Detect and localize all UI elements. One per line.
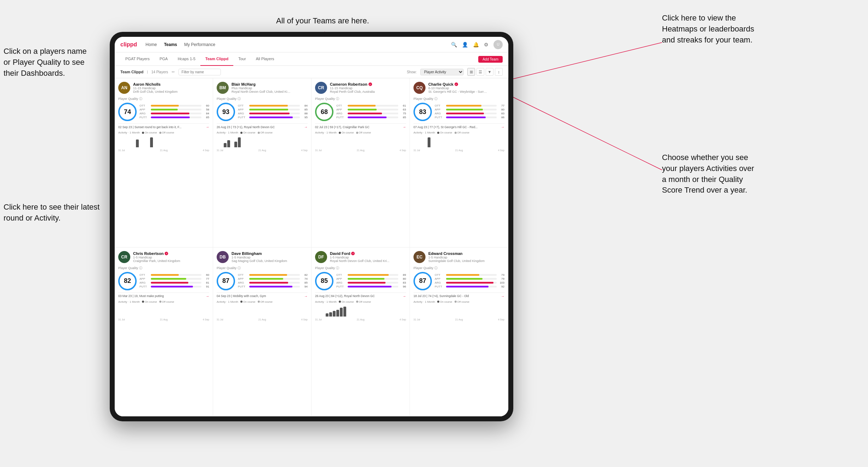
putt-bar-container [446, 286, 497, 287]
annotation-top-right: Click here to view theHeatmaps or leader… [662, 13, 754, 45]
round-arrow[interactable]: → [402, 294, 406, 298]
nav-home[interactable]: Home [145, 42, 157, 47]
latest-round[interactable]: 04 Sep 23 | Mobility with coach, Gym → [217, 292, 308, 298]
chart-container: 31 Jul 21 Aug 4 Sep [118, 305, 209, 321]
round-arrow[interactable]: → [402, 125, 406, 129]
bell-icon[interactable]: 🔔 [473, 42, 479, 47]
latest-round[interactable]: 03 Mar 23 | 19, Must make putting → [118, 292, 209, 298]
stat-app: APP 58 [139, 108, 209, 111]
latest-round[interactable]: 07 Aug 23 | 77 (+7), St George's Hill GC… [413, 123, 504, 129]
player-name[interactable]: Dave Billingham [232, 251, 287, 256]
activity-legend: On course Off course [142, 131, 174, 134]
tab-tour[interactable]: Tour [233, 52, 251, 66]
player-name[interactable]: Chris Robertson ✓ [133, 251, 180, 256]
round-arrow[interactable]: → [304, 125, 308, 129]
player-card[interactable]: DB Dave Billingham 1-5 Handicap Sag Magi… [213, 247, 312, 417]
player-name[interactable]: Edward Crossman [428, 251, 485, 256]
brand-logo[interactable]: clippd [120, 41, 137, 48]
chart-label-end: 4 Sep [301, 318, 308, 321]
quality-label: Player Quality ⓘ [413, 97, 504, 101]
stat-ott: OTT 89 [336, 273, 406, 277]
putt-bar [446, 286, 489, 287]
latest-round[interactable]: 02 Jul 23 | 59 (+17), Craigmillar Park G… [315, 123, 406, 129]
stat-app: APP 63 [336, 108, 406, 111]
chart-bar [340, 308, 343, 317]
profile-icon[interactable]: 👤 [462, 42, 468, 47]
arg-bar [151, 113, 189, 114]
player-header: CR Cameron Robertson ✓ 11-15 Handicap Ro… [315, 82, 406, 94]
tab-pga[interactable]: PGA [155, 52, 173, 66]
activity-legend: On course Off course [142, 300, 174, 303]
filter-icon[interactable]: ▼ [486, 68, 493, 76]
sort-icon[interactable]: ↕ [495, 68, 503, 76]
chart-labels: 31 Jul 21 Aug 4 Sep [413, 318, 504, 321]
stat-arg: ARG 83 [336, 281, 406, 284]
quality-circle[interactable]: 87 [413, 272, 432, 290]
round-arrow[interactable]: → [501, 125, 504, 129]
quality-circle[interactable]: 87 [217, 272, 235, 290]
round-arrow[interactable]: → [304, 294, 308, 298]
handicap: Plus Handicap [232, 86, 292, 90]
add-team-button[interactable]: Add Team [478, 56, 503, 63]
round-text: 04 Sep 23 | Mobility with coach, Gym [217, 294, 266, 298]
player-card[interactable]: EC Edward Crossman 1-5 Handicap Sunningd… [410, 247, 508, 417]
putt-value: 94 [301, 285, 308, 288]
player-name[interactable]: Cameron Robertson ✓ [330, 82, 375, 86]
player-name[interactable]: David Ford ✓ [330, 251, 389, 256]
stat-putt: PUTT 85 [336, 116, 406, 119]
settings-icon[interactable]: ⚙ [484, 42, 489, 47]
svg-line-1 [503, 42, 662, 81]
player-card[interactable]: BM Blair McHarg Plus Handicap Royal Nort… [213, 78, 312, 247]
chart-label-mid: 21 Aug [455, 318, 463, 321]
quality-section: 85 OTT 89 APP 80 ARG [315, 272, 406, 290]
latest-round[interactable]: 26 Aug 23 | 73 (+1), Royal North Devon G… [217, 123, 308, 129]
player-card[interactable]: AN Aaron Nicholls 11-15 Handicap Drift G… [115, 78, 213, 247]
player-name[interactable]: Aaron Nicholls [133, 82, 178, 86]
latest-round[interactable]: 26 Aug 23 | 84 (+12), Royal North Devon … [315, 292, 406, 298]
tab-pgat-players[interactable]: PGAT Players [120, 52, 155, 66]
app-value: 74 [301, 277, 308, 280]
quality-circle[interactable]: 93 [217, 103, 235, 121]
quality-label: Player Quality ⓘ [315, 97, 406, 101]
app-bar [446, 278, 482, 280]
quality-circle[interactable]: 82 [118, 272, 137, 290]
legend-on-course: On course [437, 300, 452, 303]
tab-team-clippd[interactable]: Team Clippd [200, 52, 233, 66]
ott-bar-container [348, 274, 398, 276]
quality-circle[interactable]: 68 [315, 103, 333, 121]
quality-circle[interactable]: 83 [413, 103, 432, 121]
list-view-icon[interactable]: ☰ [476, 68, 484, 76]
show-select[interactable]: Player Activity Quality Score Trend [420, 69, 464, 75]
tab-hcaps[interactable]: Hcaps 1-5 [173, 52, 200, 66]
player-card[interactable]: CR Chris Robertson ✓ 1-5 Handicap Craigm… [115, 247, 213, 417]
search-icon[interactable]: 🔍 [451, 42, 457, 47]
avatar[interactable]: U [493, 40, 503, 49]
stats-grid: OTT 77 APP 80 ARG [435, 104, 504, 120]
search-input[interactable] [178, 69, 221, 75]
stat-app: APP 77 [139, 277, 209, 280]
edit-icon[interactable]: ✏ [172, 70, 175, 74]
player-card[interactable]: CQ Charlie Quick ✓ 6-10 Handicap St. Geo… [410, 78, 508, 247]
chart-label-start: 31 Jul [413, 149, 420, 152]
round-arrow[interactable]: → [501, 294, 504, 298]
player-name[interactable]: Blair McHarg [232, 82, 292, 86]
app-bar [249, 278, 283, 280]
latest-round[interactable]: 02 Sep 23 | Sunset round to get back int… [118, 123, 209, 129]
player-name[interactable]: Charlie Quick ✓ [428, 82, 489, 86]
putt-bar-container [151, 286, 201, 287]
latest-round[interactable]: 18 Jul 23 | 74 (+4), Sunningdale GC - Ol… [413, 292, 504, 298]
stat-putt: PUTT 96 [336, 285, 406, 288]
player-card[interactable]: DF David Ford ✓ 1-5 Handicap Royal North… [312, 247, 410, 417]
tab-all-players[interactable]: All Players [251, 52, 279, 66]
round-arrow[interactable]: → [206, 125, 209, 129]
grid-view-icon[interactable]: ⊞ [467, 68, 475, 76]
app-bar-container [151, 109, 201, 110]
annotation-right-bottom: Choose whether you seeyour players Activ… [662, 152, 754, 196]
quality-circle[interactable]: 74 [118, 103, 137, 121]
nav-teams[interactable]: Teams [164, 42, 177, 47]
nav-my-performance[interactable]: My Performance [184, 42, 215, 47]
quality-circle[interactable]: 85 [315, 272, 333, 290]
round-arrow[interactable]: → [206, 294, 209, 298]
player-card[interactable]: CR Cameron Robertson ✓ 11-15 Handicap Ro… [312, 78, 410, 247]
ott-value: 84 [301, 104, 308, 107]
